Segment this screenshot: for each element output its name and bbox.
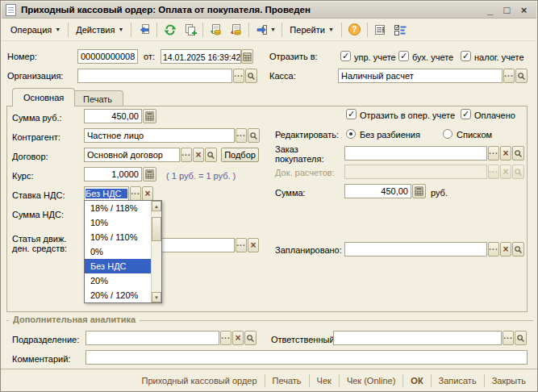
date-field[interactable]: 14.01.2025 16:39:42 [161, 49, 241, 64]
tab-main[interactable]: Основная [12, 88, 75, 106]
help-icon: ? [348, 23, 361, 35]
paid-checkbox[interactable]: ✓ [461, 109, 471, 119]
ellipsis-button[interactable]: ... [233, 69, 244, 83]
comment-field[interactable] [85, 350, 528, 365]
radio-list[interactable] [443, 129, 453, 139]
search-button[interactable] [515, 331, 527, 345]
close-button-footer[interactable]: Закрыть [485, 376, 533, 386]
vat-rate-combo[interactable]: Без НДС [84, 186, 129, 201]
maximize-button[interactable]: □ [501, 4, 513, 16]
clear-icon: × [503, 244, 508, 256]
scroll-up-button[interactable]: ▲ [152, 201, 161, 211]
tax-accounting-checkbox[interactable]: ✓ [461, 51, 471, 61]
organization-field[interactable] [77, 69, 232, 83]
search-button[interactable] [512, 242, 524, 256]
footer-button-cash-order[interactable]: Приходный кассовый ордер [135, 376, 265, 386]
ellipsis-button[interactable]: ... [236, 128, 247, 143]
ellipsis-button[interactable]: ... [130, 186, 141, 201]
list-settings-button[interactable] [370, 21, 390, 39]
management-accounting-label: упр. учете [354, 52, 396, 63]
calculator-button[interactable] [412, 184, 426, 198]
ellipsis-button[interactable]: ... [181, 148, 192, 162]
cashdesk-field[interactable]: Наличный расчет [338, 69, 503, 83]
search-button[interactable] [512, 146, 524, 161]
responsible-field[interactable] [333, 331, 502, 345]
incoming-payment-button[interactable] [206, 21, 226, 39]
clear-button[interactable]: × [500, 242, 511, 256]
tab-print[interactable]: Печать [72, 90, 123, 106]
department-field[interactable] [85, 331, 219, 345]
clear-button[interactable]: × [500, 146, 511, 161]
vat-rate-label: Ставка НДС: [12, 190, 65, 201]
counterparty-field[interactable]: Частное лицо [84, 128, 235, 143]
vat-option[interactable]: 20% / 120% [85, 288, 152, 302]
footer-button-check[interactable]: Чек [310, 376, 339, 386]
ellipsis-button[interactable]: ... [220, 331, 231, 345]
clear-icon: × [144, 188, 150, 200]
minimize-button[interactable]: _ [484, 4, 496, 16]
management-accounting-checkbox[interactable]: ✓ [340, 51, 351, 61]
post-document-button[interactable] [134, 21, 154, 39]
close-button[interactable]: × [518, 4, 530, 16]
planned-label: Запланировано: [275, 244, 342, 256]
contract-field[interactable]: Основной договор [84, 148, 180, 162]
search-button[interactable] [244, 331, 256, 345]
vat-option[interactable]: 18% / 118% [85, 201, 152, 215]
ellipsis-button[interactable]: ... [488, 146, 499, 161]
search-button[interactable] [248, 128, 260, 143]
planned-field[interactable] [344, 242, 487, 256]
structure-settings-button[interactable] [390, 21, 411, 39]
actions-menu-button[interactable]: Действия ▼ [71, 23, 128, 37]
footer-button-print[interactable]: Печать [265, 376, 309, 386]
reflect-in-label: Отразить в: [269, 51, 318, 62]
toolbar-separator [68, 23, 69, 37]
check-icon: ✓ [400, 51, 407, 60]
sum-rub-field[interactable]: 450,00 [84, 109, 142, 123]
calculator-button[interactable] [143, 109, 156, 123]
ellipsis-button[interactable]: ... [503, 69, 515, 83]
outgoing-payment-button[interactable] [226, 21, 246, 39]
vat-option-selected[interactable]: Без НДС [85, 259, 152, 273]
calculator-button[interactable] [143, 167, 156, 181]
clear-button[interactable]: × [142, 186, 153, 201]
selection-button[interactable]: Подбор [221, 148, 259, 162]
chevron-down-icon: ▼ [55, 27, 60, 32]
vat-option[interactable]: 10% / 110% [85, 230, 152, 244]
vat-dropdown-list: 18% / 118% 10% 10% / 110% 0% Без НДС 20%… [84, 200, 162, 303]
goto-menu-button[interactable]: Перейти ▼ [285, 23, 339, 37]
dropdown-scrollbar[interactable]: ▲ ▼ [151, 201, 161, 302]
radio-no-split[interactable] [346, 129, 356, 139]
sum-field[interactable]: 450,00 [344, 184, 411, 198]
operational-accounting-checkbox[interactable]: ✓ [346, 109, 357, 119]
search-button[interactable] [245, 69, 257, 83]
help-button[interactable]: ? [344, 21, 365, 39]
calendar-button[interactable] [241, 49, 253, 64]
ellipsis-button[interactable]: ... [503, 331, 514, 345]
operation-menu-button[interactable]: Операция ▼ [6, 23, 65, 37]
buyer-order-field[interactable] [344, 146, 487, 161]
vat-option[interactable]: 10% [85, 215, 152, 230]
clear-button[interactable]: × [232, 331, 244, 345]
rate-field[interactable]: 1,0000 [84, 167, 142, 181]
clear-button[interactable]: × [193, 148, 204, 162]
search-button[interactable] [515, 69, 528, 83]
search-button[interactable] [205, 148, 217, 162]
create-based-on-button[interactable]: ▼ [252, 21, 279, 39]
clear-button[interactable]: × [248, 238, 259, 252]
ellipsis-button[interactable]: ... [236, 238, 247, 252]
scroll-down-button[interactable]: ▼ [152, 292, 161, 302]
list-icon [373, 23, 386, 36]
ellipsis-button[interactable]: ... [488, 242, 499, 256]
vat-option[interactable]: 20% [85, 273, 152, 288]
footer-button-check-online[interactable]: Чек (Online) [340, 376, 402, 386]
refresh-button[interactable] [160, 21, 180, 39]
ok-button[interactable]: ОК [403, 376, 430, 386]
copy-button[interactable] [180, 21, 200, 39]
magnifier-icon [247, 72, 256, 81]
save-button[interactable]: Записать [432, 376, 484, 386]
vat-option[interactable]: 0% [85, 244, 152, 259]
book-accounting-checkbox[interactable]: ✓ [398, 51, 409, 61]
number-field[interactable]: 00000000008 [77, 49, 138, 64]
search-button-disabled [512, 165, 524, 179]
scrollbar-thumb[interactable] [152, 217, 161, 241]
